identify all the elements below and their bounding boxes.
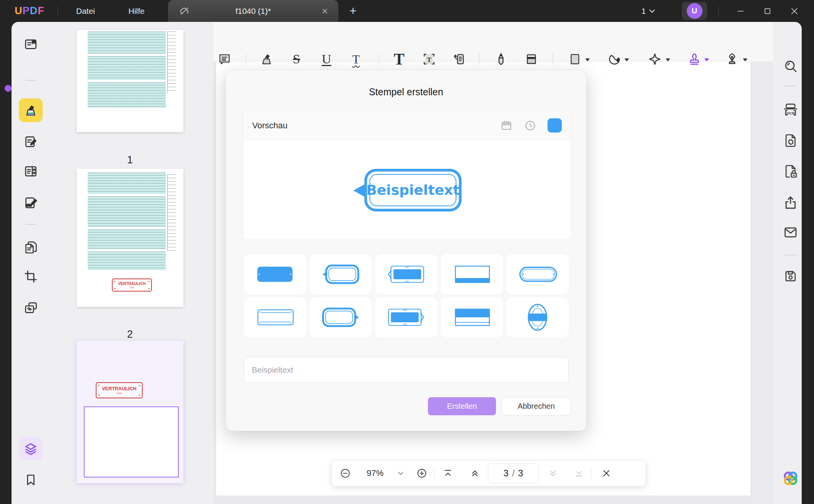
feedback-button[interactable] — [779, 498, 802, 504]
save-button[interactable] — [779, 265, 802, 287]
page-number-box[interactable]: 3 / 3 — [488, 463, 539, 483]
squiggly-underline-icon: T — [353, 53, 360, 65]
chevron-down-icon[interactable] — [666, 58, 670, 61]
stamp-icon — [687, 52, 701, 66]
stamp-style-oval-badge[interactable] — [506, 297, 569, 337]
close-toolbar-button[interactable] — [591, 469, 621, 478]
ocr-button[interactable]: OCR — [779, 99, 802, 121]
page-count-dropdown[interactable]: 1 — [641, 0, 655, 22]
divider — [784, 86, 796, 86]
clock-icon[interactable] — [524, 119, 537, 132]
share-button[interactable] — [779, 191, 802, 214]
stamp-style-outline-arrow-right[interactable] — [310, 297, 372, 337]
page-thumbnail-selected[interactable]: VERTRAULICH Copy — [77, 341, 183, 483]
save-floppy-icon — [783, 269, 798, 284]
eraser-tool[interactable] — [523, 50, 540, 68]
cancel-button[interactable]: Abbrechen — [501, 397, 571, 415]
sidebar-item-slideshow[interactable] — [19, 296, 43, 320]
highlight-tool[interactable] — [258, 50, 275, 68]
stamp-style-solid-rounded[interactable] — [244, 254, 306, 294]
sidebar-item-bookmark[interactable] — [19, 468, 43, 492]
maximize-button[interactable] — [756, 0, 779, 22]
new-tab-button[interactable]: + — [345, 3, 361, 18]
first-page-button[interactable] — [434, 468, 462, 478]
sidebar-item-organize-pages[interactable] — [19, 159, 43, 183]
sticker-tool[interactable] — [606, 50, 623, 68]
stamp-style-outline-arrow-left[interactable] — [310, 254, 372, 294]
zoom-in-button[interactable] — [410, 468, 434, 479]
mail-button[interactable] — [779, 221, 802, 244]
stamp-style-plaque-lines[interactable] — [244, 297, 306, 337]
underline-tool[interactable]: U — [318, 50, 335, 68]
menu-hilfe[interactable]: Hilfe — [122, 0, 151, 22]
highlighter-icon — [23, 103, 38, 118]
calendar-icon[interactable] — [500, 119, 513, 132]
convert-button[interactable] — [779, 129, 802, 152]
chevron-down-icon[interactable] — [624, 58, 629, 61]
note-comment-tool[interactable] — [216, 50, 233, 68]
text-tool[interactable]: T — [390, 50, 408, 68]
stamp-subtext: Copy — [130, 287, 134, 288]
fill-sign-icon — [23, 196, 38, 210]
close-window-button[interactable] — [783, 0, 806, 22]
pin-tool[interactable] — [646, 50, 664, 68]
last-page-button[interactable] — [567, 468, 591, 478]
stamp-subtext: Copy — [117, 392, 122, 394]
sidebar-item-attachment[interactable] — [19, 499, 43, 504]
protect-button[interactable] — [779, 160, 802, 182]
stamp-preview-card: Vorschau Beispieltext — [243, 111, 571, 240]
document-tab[interactable]: f1040 (1)* — [168, 0, 338, 22]
sidebar-item-reader[interactable] — [19, 33, 43, 56]
stamp-text-input[interactable] — [244, 357, 569, 383]
zoom-out-button[interactable] — [332, 468, 359, 479]
sidebar-item-fill-sign[interactable] — [19, 191, 43, 215]
page-thumbnail[interactable] — [77, 30, 183, 132]
chevron-down-icon[interactable] — [743, 58, 747, 61]
search-button[interactable] — [779, 55, 802, 77]
chevron-down-icon[interactable] — [704, 58, 709, 61]
edit-note-icon — [23, 134, 38, 149]
chevron-down-icon[interactable] — [585, 58, 590, 61]
tab-close-icon[interactable] — [319, 5, 331, 17]
stamp-color-swatch[interactable] — [548, 118, 562, 133]
right-panel: OCR — [773, 22, 802, 504]
account-button[interactable]: U — [682, 2, 707, 20]
pencil-tool[interactable] — [492, 50, 510, 68]
document-lock-icon — [783, 164, 798, 179]
highlighter-icon — [260, 52, 273, 66]
avatar: U — [687, 3, 702, 19]
stamp-tool[interactable] — [686, 50, 703, 68]
stamp-style-banner-arrow-right[interactable] — [375, 297, 438, 337]
shape-tool[interactable] — [566, 50, 584, 68]
stamp-style-banner-arrow-left[interactable] — [375, 254, 438, 294]
logo-letter: D — [30, 0, 38, 22]
previous-page-button[interactable] — [462, 468, 488, 478]
page-thumbnail[interactable]: VERTRAULICH Copy — [77, 169, 183, 307]
sidebar-item-layers[interactable] — [19, 437, 43, 461]
ai-assistant-button[interactable] — [779, 467, 802, 489]
signature-tool[interactable] — [723, 50, 741, 68]
sidebar-item-edit-pdf[interactable] — [19, 130, 43, 154]
selection-rectangle — [84, 406, 179, 477]
menu-datei[interactable]: Datei — [70, 0, 101, 22]
stamp-style-pill-outline[interactable] — [506, 254, 569, 294]
callout-tool[interactable] — [450, 50, 468, 68]
stamp-style-top-band[interactable] — [441, 297, 503, 337]
svg-text:T: T — [427, 56, 431, 63]
zoom-dropdown[interactable] — [391, 472, 410, 475]
squiggly-tool[interactable]: T — [347, 50, 365, 68]
form-content-block — [88, 196, 166, 227]
sidebar-item-comment[interactable] — [19, 98, 43, 122]
form-preview — [82, 30, 178, 111]
minimize-button[interactable] — [729, 0, 752, 22]
sidebar-item-page-tools[interactable] — [19, 235, 43, 259]
create-button[interactable]: Erstellen — [428, 397, 496, 415]
current-page: 3 — [503, 468, 508, 479]
next-page-button[interactable] — [539, 468, 567, 478]
strikethrough-tool[interactable]: S — [288, 50, 305, 68]
text-box-tool[interactable]: T — [420, 50, 438, 68]
sidebar-item-crop[interactable] — [19, 265, 43, 288]
stamp-style-bottom-band[interactable] — [441, 254, 503, 294]
pages-copy-icon — [23, 240, 38, 255]
divider — [58, 6, 58, 16]
